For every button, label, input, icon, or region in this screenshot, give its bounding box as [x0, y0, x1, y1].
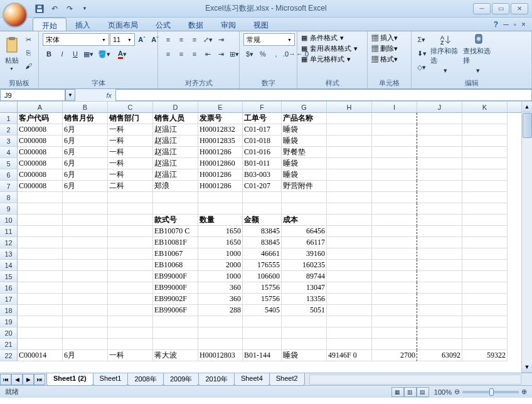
cell[interactable]	[153, 327, 198, 339]
row-header[interactable]: 2	[0, 124, 18, 136]
cell[interactable]	[327, 169, 372, 181]
cell[interactable]	[417, 305, 462, 316]
cell[interactable]	[327, 271, 372, 282]
cell[interactable]	[243, 316, 282, 327]
cell[interactable]	[153, 316, 198, 327]
row-header[interactable]: 19	[0, 316, 18, 327]
cell[interactable]: 6月	[63, 124, 108, 136]
cell[interactable]	[18, 282, 63, 294]
fill-button[interactable]: ⬇▾	[415, 47, 428, 60]
cell[interactable]	[108, 237, 153, 248]
align-middle-button[interactable]: ≡	[175, 33, 188, 46]
cell[interactable]	[18, 339, 63, 350]
cell[interactable]: 106600	[243, 271, 282, 282]
column-header-C[interactable]: C	[108, 102, 153, 112]
cell[interactable]: 睡袋	[282, 136, 327, 147]
cell[interactable]	[198, 203, 243, 215]
column-header-B[interactable]: B	[63, 102, 108, 112]
cell[interactable]: 野营附件	[282, 181, 327, 192]
align-right-button[interactable]: ≡	[188, 48, 201, 60]
vertical-scrollbar[interactable]: ▲ ▼	[521, 102, 532, 373]
column-header-J[interactable]: J	[417, 102, 462, 112]
cell[interactable]: C01-018	[243, 136, 282, 147]
cell[interactable]: 2000	[198, 260, 243, 271]
cell[interactable]: 睡袋	[282, 158, 327, 169]
cell[interactable]	[462, 113, 508, 124]
cell[interactable]	[372, 271, 417, 282]
sheet-nav-next[interactable]: ▶	[23, 374, 34, 385]
cell[interactable]	[462, 203, 508, 215]
row-header[interactable]: 3	[0, 136, 18, 147]
row-header[interactable]: 14	[0, 260, 18, 271]
cell[interactable]: 15756	[243, 282, 282, 294]
cell[interactable]	[372, 282, 417, 294]
cell[interactable]	[372, 147, 417, 158]
cell[interactable]	[372, 192, 417, 203]
cell[interactable]: 6月	[63, 147, 108, 158]
cell[interactable]: 郑浪	[153, 181, 198, 192]
wrap-text-button[interactable]: ⇥	[215, 33, 227, 46]
cell[interactable]	[18, 327, 63, 339]
cell[interactable]	[153, 339, 198, 350]
cell[interactable]	[372, 181, 417, 192]
cell[interactable]	[327, 327, 372, 339]
minimize-button[interactable]: ─	[473, 3, 491, 14]
cell[interactable]	[327, 192, 372, 203]
cell[interactable]	[372, 260, 417, 271]
view-pagelayout-button[interactable]: ▥	[404, 387, 417, 397]
cell[interactable]: 6月	[63, 350, 108, 361]
font-color-button[interactable]: A▾	[114, 48, 131, 60]
cell[interactable]: C01-016	[243, 147, 282, 158]
cell[interactable]	[462, 294, 508, 305]
cell[interactable]	[327, 113, 372, 124]
cell[interactable]	[417, 248, 462, 260]
tab-insert[interactable]: 插入	[66, 18, 99, 31]
underline-button[interactable]: U	[69, 48, 82, 60]
tab-pagelayout[interactable]: 页面布局	[99, 18, 147, 31]
save-icon[interactable]	[33, 2, 46, 16]
cell[interactable]: C000008	[18, 158, 63, 169]
cell[interactable]	[417, 271, 462, 282]
office-button[interactable]	[3, 3, 28, 28]
cell[interactable]	[417, 158, 462, 169]
cell[interactable]: 款式号	[153, 215, 198, 226]
row-header[interactable]: 5	[0, 158, 18, 169]
row-header[interactable]: 21	[0, 339, 18, 350]
cell[interactable]	[243, 192, 282, 203]
font-size-combo[interactable]: 11▼	[110, 33, 135, 46]
zoom-slider[interactable]	[462, 391, 519, 393]
cell[interactable]	[63, 282, 108, 294]
cell[interactable]: 1000	[198, 248, 243, 260]
cell[interactable]	[372, 305, 417, 316]
sheet-tab[interactable]: Sheet1 (2)	[46, 373, 93, 386]
cell[interactable]	[372, 124, 417, 136]
sheet-tab[interactable]: Sheet2	[269, 373, 305, 386]
restore-window-icon[interactable]: ▫	[514, 20, 516, 29]
cell[interactable]	[282, 316, 327, 327]
sheet-tab[interactable]: 2008年	[127, 373, 163, 386]
cell[interactable]: EB99002F	[153, 294, 198, 305]
italic-button[interactable]: I	[56, 48, 68, 60]
cell[interactable]: EB99000F	[153, 271, 198, 282]
cell[interactable]: 客户代码	[18, 113, 63, 124]
cell[interactable]: B01-011	[243, 158, 282, 169]
row-header[interactable]: 8	[0, 192, 18, 203]
tab-home[interactable]: 开始	[33, 18, 66, 31]
zoom-in-button[interactable]: ⊕	[521, 388, 527, 396]
cell[interactable]	[243, 339, 282, 350]
sheet-nav-prev[interactable]: ◀	[11, 374, 23, 385]
tab-review[interactable]: 审阅	[212, 18, 245, 31]
row-header[interactable]: 15	[0, 271, 18, 282]
cell[interactable]	[108, 282, 153, 294]
orientation-button[interactable]: ⤢▾	[201, 33, 214, 46]
cell[interactable]: 数量	[198, 215, 243, 226]
decrease-indent-button[interactable]: ⇤	[201, 48, 214, 60]
tab-data[interactable]: 数据	[179, 18, 212, 31]
cell[interactable]	[18, 316, 63, 327]
cell[interactable]: 1000	[198, 271, 243, 282]
row-header[interactable]: 10	[0, 215, 18, 226]
cell[interactable]: 176555	[243, 260, 282, 271]
maximize-button[interactable]: ▭	[492, 3, 509, 14]
cell[interactable]: 6月	[63, 181, 108, 192]
cell[interactable]: H00012860	[198, 158, 243, 169]
